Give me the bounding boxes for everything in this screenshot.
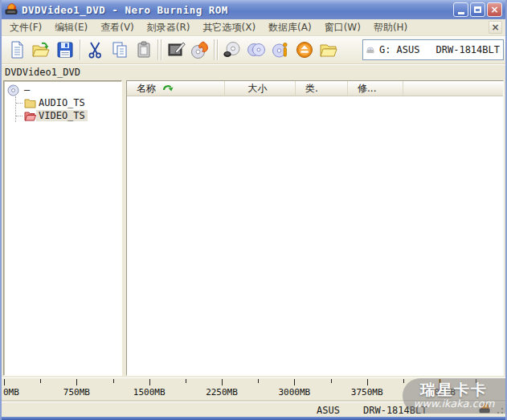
write-compilation-button[interactable] xyxy=(164,39,188,61)
tree-item-label: VIDEO_TS xyxy=(36,110,88,121)
menu-file[interactable]: 文件(F) xyxy=(3,19,48,36)
ruler-tick xyxy=(40,379,41,383)
ruler-tick xyxy=(367,379,368,385)
menu-help[interactable]: 帮助(H) xyxy=(367,19,414,36)
titlebar[interactable]: DVDVideo1_DVD - Nero Burning ROM × xyxy=(2,0,505,19)
file-list-pane: 名称 大小 类. 修... xyxy=(126,80,504,376)
document-close-icon: × xyxy=(491,22,499,33)
column-label: 修... xyxy=(358,82,376,96)
maximize-button[interactable] xyxy=(470,2,485,17)
close-button[interactable]: × xyxy=(487,2,502,17)
cut-button[interactable] xyxy=(84,39,108,61)
statusbar: ASUS DRW-1814BLT xyxy=(2,402,505,417)
ruler-tick xyxy=(403,379,404,383)
ruler-tick xyxy=(294,379,295,385)
folder-icon xyxy=(319,40,338,59)
capacity-ruler: 0MB750MB1500MB2250MB3000MB3750MB4500MB xyxy=(2,377,505,402)
toolbar: G: ASUS DRW-1814BLT xyxy=(2,36,505,64)
drive-model: DRW-1814BLT xyxy=(436,44,500,55)
compilation-tree-pane[interactable]: — AUDIO_TS VIDEO_TS xyxy=(3,80,122,376)
menu-view[interactable]: 查看(V) xyxy=(94,19,141,36)
ruler-tick xyxy=(258,379,259,383)
status-drive-vendor: ASUS xyxy=(317,405,340,416)
paste-icon xyxy=(134,40,153,59)
ruler-tick xyxy=(4,379,5,385)
menu-recorder[interactable]: 刻录器(R) xyxy=(141,19,197,36)
menu-extras[interactable]: 其它选项(X) xyxy=(197,19,263,36)
ruler-tick xyxy=(440,379,440,385)
disc-info-button[interactable] xyxy=(268,39,292,61)
tree-children: AUDIO_TS VIDEO_TS xyxy=(15,96,121,122)
nero-app-icon xyxy=(5,3,18,16)
disc-info-icon xyxy=(271,40,290,59)
column-label: 名称 xyxy=(137,82,156,96)
window-title: DVDVideo1_DVD - Nero Burning ROM xyxy=(22,4,453,16)
tree-item-video-ts[interactable]: VIDEO_TS xyxy=(16,109,121,122)
tree-root-label: — xyxy=(22,84,32,96)
minimize-icon xyxy=(458,12,464,14)
ruler-tick xyxy=(113,379,114,383)
menubar: 文件(F) 编辑(E) 查看(V) 刻录器(R) 其它选项(X) 数据库(A) … xyxy=(2,19,505,36)
ruler-tick xyxy=(149,379,150,385)
copy-disc-button[interactable] xyxy=(220,39,244,61)
file-list-body[interactable] xyxy=(127,96,503,375)
ruler-tick xyxy=(186,379,186,383)
save-icon xyxy=(55,40,75,59)
close-icon: × xyxy=(490,5,498,14)
eject-icon xyxy=(295,40,314,59)
column-header-name[interactable]: 名称 xyxy=(127,81,225,96)
copy-disc-icon xyxy=(223,40,242,59)
drive-letter-vendor: G: ASUS xyxy=(379,44,420,55)
drive-icon xyxy=(366,43,374,56)
paste-button[interactable] xyxy=(132,39,156,61)
toolbar-separator xyxy=(80,39,81,60)
write-tablet-pen-icon xyxy=(166,40,186,59)
burn-disc-button[interactable] xyxy=(188,39,212,61)
ruler-label: 3750MB xyxy=(351,387,383,398)
tree-item-audio-ts[interactable]: AUDIO_TS xyxy=(16,96,121,109)
window-bottom-border xyxy=(2,417,505,420)
toolbar-separator xyxy=(214,39,219,60)
new-compilation-button[interactable] xyxy=(5,39,29,61)
column-label: 类. xyxy=(305,82,318,96)
ruler-tick xyxy=(76,379,77,385)
copy-button[interactable] xyxy=(108,39,132,61)
main-area: — AUDIO_TS VIDEO_TS 名称 大小 xyxy=(2,80,505,377)
nero-window: DVDVideo1_DVD - Nero Burning ROM × 文件(F)… xyxy=(0,0,507,420)
menu-edit[interactable]: 编辑(E) xyxy=(48,19,94,36)
ruler-tick xyxy=(476,379,476,383)
save-button[interactable] xyxy=(53,39,77,61)
column-header-type[interactable]: 类. xyxy=(296,81,348,96)
open-folder-button[interactable] xyxy=(317,39,341,61)
drive-selector[interactable]: G: ASUS DRW-1814BLT xyxy=(362,39,504,60)
column-header-size[interactable]: 大小 xyxy=(225,81,296,96)
document-close-button[interactable]: × xyxy=(489,21,502,34)
cut-icon xyxy=(86,40,105,59)
maximize-icon xyxy=(474,6,481,13)
toolbar-separator xyxy=(157,39,162,60)
two-discs-icon xyxy=(247,40,266,59)
column-header-modified[interactable]: 修... xyxy=(348,81,403,96)
folder-icon xyxy=(24,98,36,108)
ruler-label: 2250MB xyxy=(206,387,238,398)
eject-button[interactable] xyxy=(292,39,317,61)
disc-icon xyxy=(7,84,19,96)
disc-image-button[interactable] xyxy=(244,39,268,61)
open-button[interactable] xyxy=(29,39,53,61)
menu-window[interactable]: 窗口(W) xyxy=(318,19,367,36)
tree-root-item[interactable]: — xyxy=(7,84,121,96)
minimize-button[interactable] xyxy=(453,2,468,17)
copy-icon xyxy=(110,40,129,59)
nero-status-icon xyxy=(479,403,491,414)
new-document-icon xyxy=(7,40,27,59)
compilation-label: DVDVideo1_DVD xyxy=(2,64,505,80)
column-header-filler xyxy=(403,81,503,96)
ruler-label: 1500MB xyxy=(133,387,166,398)
menu-database[interactable]: 数据库(A) xyxy=(262,19,318,36)
file-list-header: 名称 大小 类. 修... xyxy=(127,81,503,96)
ruler-label: 0MB xyxy=(3,387,19,398)
ruler-label: 750MB xyxy=(63,387,90,398)
open-folder-icon xyxy=(31,40,51,59)
ruler-label: 4500MB xyxy=(423,387,456,398)
resize-grip[interactable] xyxy=(494,405,504,414)
